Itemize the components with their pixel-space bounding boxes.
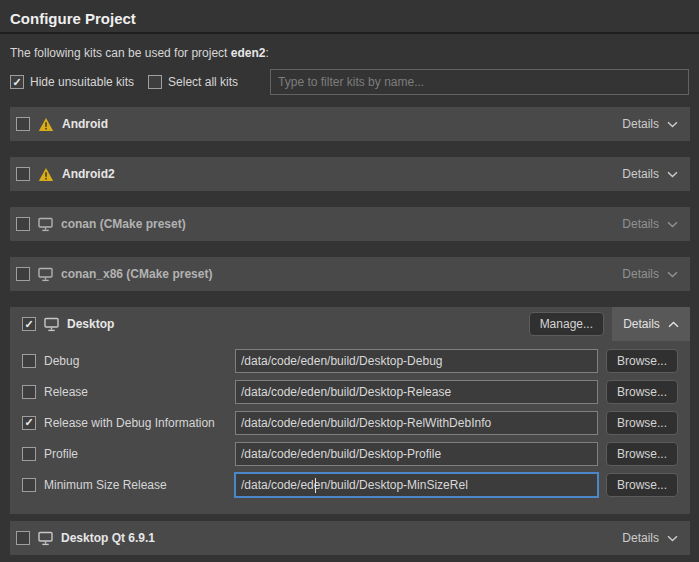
warning-icon [38, 117, 54, 132]
build-config-row-relwithdebinfo: Release with Debug Information Browse... [10, 407, 690, 438]
manage-button[interactable]: Manage... [529, 312, 604, 336]
build-config-label: Debug [44, 354, 79, 368]
select-all-kits-option[interactable]: Select all kits [148, 75, 238, 89]
kit-name: Desktop Qt 6.9.1 [61, 531, 155, 545]
text-cursor [315, 478, 316, 493]
kit-name: Desktop [67, 317, 114, 331]
details-button[interactable]: Details [622, 531, 678, 545]
kit-list: Android Details Android2 Details conan (… [0, 107, 699, 555]
build-config-row-release: Release Browse... [10, 376, 690, 407]
kit-panel-desktop: Desktop Manage... Details Debug Browse..… [10, 307, 690, 514]
chevron-down-icon [667, 171, 678, 178]
select-all-kits-checkbox[interactable] [148, 75, 162, 89]
kit-checkbox[interactable] [16, 117, 30, 131]
chevron-down-icon [667, 535, 678, 542]
intro-text: The following kits can be used for proje… [10, 46, 689, 60]
kit-filter-input[interactable] [270, 69, 689, 95]
details-button-expanded[interactable]: Details [612, 307, 690, 341]
desktop-icon [38, 217, 53, 232]
build-config-label: Release [44, 385, 88, 399]
build-config-label: Profile [44, 447, 78, 461]
kit-checkbox[interactable] [16, 217, 30, 231]
hide-unsuitable-kits-label: Hide unsuitable kits [30, 75, 134, 89]
chevron-down-icon [667, 271, 678, 278]
browse-button[interactable]: Browse... [606, 349, 678, 373]
details-button[interactable]: Details [622, 117, 678, 131]
browse-button[interactable]: Browse... [606, 380, 678, 404]
details-button[interactable]: Details [622, 217, 678, 231]
kit-name: conan_x86 (CMake preset) [61, 267, 212, 281]
kit-row-desktop[interactable]: Desktop Manage... Details [10, 307, 690, 341]
chevron-down-icon [667, 221, 678, 228]
build-dir-input[interactable] [235, 380, 598, 404]
kit-checkbox[interactable] [16, 267, 30, 281]
kit-row-android2[interactable]: Android2 Details [10, 157, 690, 191]
titlebar: Configure Project [0, 0, 699, 34]
build-config-checkbox[interactable] [22, 354, 36, 368]
build-config-label: Release with Debug Information [44, 416, 215, 430]
kit-name: conan (CMake preset) [61, 217, 186, 231]
build-config-row-profile: Profile Browse... [10, 438, 690, 469]
kit-checkbox[interactable] [16, 167, 30, 181]
details-button[interactable]: Details [622, 167, 678, 181]
kit-row-desktop-qt[interactable]: Desktop Qt 6.9.1 Details [10, 521, 690, 555]
chevron-down-icon [667, 121, 678, 128]
browse-button[interactable]: Browse... [606, 442, 678, 466]
build-config-checkbox[interactable] [22, 416, 36, 430]
build-dir-input[interactable] [235, 349, 598, 373]
build-config-checkbox[interactable] [22, 478, 36, 492]
build-config-row-minsizerel: Minimum Size Release Browse... [10, 469, 690, 500]
browse-button[interactable]: Browse... [606, 473, 678, 497]
page-title: Configure Project [10, 10, 689, 27]
build-config-row-debug: Debug Browse... [10, 345, 690, 376]
kit-checkbox[interactable] [22, 317, 36, 331]
build-dir-input[interactable] [235, 411, 598, 435]
warning-icon [38, 167, 54, 182]
project-name: eden2 [231, 46, 266, 60]
kit-row-conan[interactable]: conan (CMake preset) Details [10, 207, 690, 241]
hide-unsuitable-kits-checkbox[interactable] [10, 75, 24, 89]
build-dir-input-focused[interactable] [235, 473, 598, 497]
build-dir-input[interactable] [235, 442, 598, 466]
hide-unsuitable-kits-option[interactable]: Hide unsuitable kits [10, 75, 134, 89]
build-config-checkbox[interactable] [22, 385, 36, 399]
desktop-icon [38, 267, 53, 282]
kit-row-conan-x86[interactable]: conan_x86 (CMake preset) Details [10, 257, 690, 291]
desktop-icon [44, 317, 59, 332]
kit-filter-toolbar: Hide unsuitable kits Select all kits [10, 69, 689, 95]
kit-checkbox[interactable] [16, 531, 30, 545]
kit-name: Android2 [62, 167, 115, 181]
kit-row-android[interactable]: Android Details [10, 107, 690, 141]
details-button[interactable]: Details [622, 267, 678, 281]
desktop-icon [38, 531, 53, 546]
select-all-kits-label: Select all kits [168, 75, 238, 89]
browse-button[interactable]: Browse... [606, 411, 678, 435]
kit-name: Android [62, 117, 108, 131]
build-config-checkbox[interactable] [22, 447, 36, 461]
chevron-up-icon [668, 317, 679, 331]
build-config-label: Minimum Size Release [44, 478, 167, 492]
